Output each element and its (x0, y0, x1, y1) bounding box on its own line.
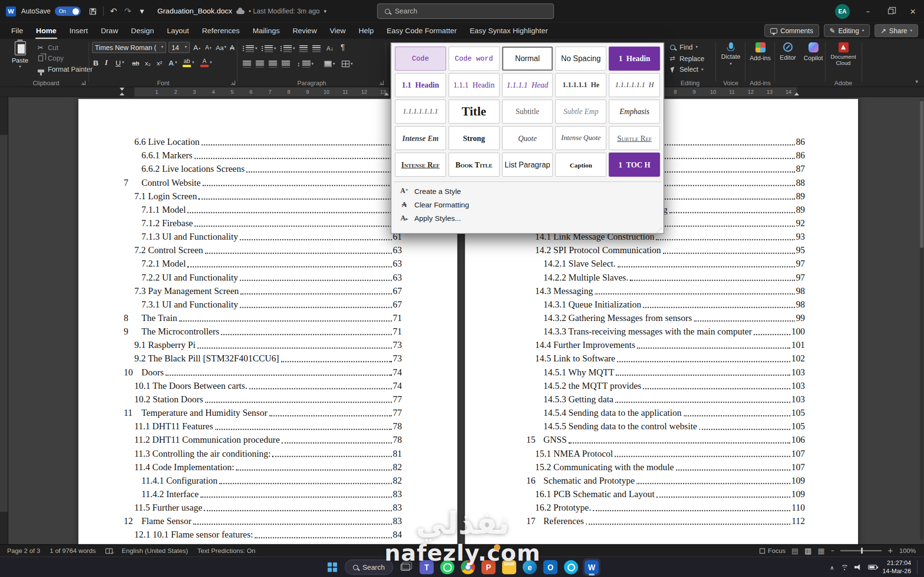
style-heading-6[interactable]: 1.1.1.1.1.1 H (609, 73, 660, 97)
toc-entry[interactable]: 12.1 10.1 Flame sensor features:84 (78, 528, 457, 541)
toc-entry[interactable]: 11.4.1 Configuration82 (78, 474, 457, 487)
scrollbar-thumb[interactable] (920, 101, 924, 248)
superscript-button[interactable] (157, 57, 162, 68)
toc-entry[interactable]: 10.1 The Doors Between carts.74 (78, 379, 457, 392)
style-heading-3[interactable]: 1.1.1 Headin (448, 73, 499, 97)
taskbar-app-word[interactable]: W (583, 558, 600, 576)
tab-home[interactable]: Home (29, 23, 63, 39)
read-mode-button[interactable]: ▤ (792, 546, 799, 555)
toc-entry[interactable]: 14.5.1 Why MQTT103 (465, 365, 858, 379)
tab-insert[interactable]: Insert (63, 23, 94, 39)
style-title[interactable]: Title (448, 100, 499, 124)
ribbon-collapse-button[interactable]: ▾ (915, 78, 918, 84)
web-layout-button[interactable]: ▦ (818, 546, 825, 555)
paragraph-dialog-launcher[interactable] (379, 81, 384, 85)
vertical-ruler[interactable] (0, 97, 8, 544)
clear-formatting-button[interactable] (230, 42, 234, 53)
right-indent-marker[interactable] (384, 92, 389, 95)
style-code-word[interactable]: Code word (448, 47, 499, 71)
tab-draw[interactable]: Draw (94, 23, 125, 39)
style-book-title[interactable]: Book Title (448, 153, 499, 177)
select-button[interactable]: Select▾ (668, 66, 703, 73)
toc-entry[interactable]: 15.1 NMEA Protocol107 (465, 447, 858, 460)
style-intense-emphasis[interactable]: Intense Em (395, 126, 446, 150)
tab-easy-syntax-highlighter[interactable]: Easy Syntax Highlighter (463, 23, 554, 39)
text-effects-button[interactable]: ▾ (169, 57, 177, 68)
toc-entry[interactable]: 15.2 Communicating with the module107 (465, 460, 858, 474)
right-indent-marker[interactable] (794, 92, 799, 95)
increase-indent-button[interactable] (312, 43, 321, 53)
toc-entry[interactable]: 7.3 Pay Management Screen67 (78, 284, 457, 297)
addins-button[interactable]: Add-ins (746, 42, 774, 61)
bullets-button[interactable]: ▾ (243, 43, 257, 53)
shrink-font-button[interactable] (205, 42, 211, 53)
taskbar-app-chrome[interactable] (459, 558, 477, 576)
clear-formatting-menu-item[interactable]: Clear Formatting (394, 198, 662, 211)
toc-entry[interactable]: 10Doors74 (78, 365, 457, 379)
toc-entry[interactable]: 11.4.2 Interface83 (78, 487, 457, 500)
style-heading-1[interactable]: 1 Headin (609, 47, 660, 71)
toc-entry[interactable]: 14.5.4 Sending data to the application10… (465, 406, 858, 419)
toc-entry[interactable]: 14.4 Further Improvements101 (465, 338, 858, 352)
toc-entry[interactable]: 7.2.2 UI and Functionality63 (78, 270, 457, 284)
undo-button[interactable]: ↶ (106, 3, 120, 19)
tab-view[interactable]: View (323, 23, 352, 39)
proofing-status[interactable] (105, 548, 113, 553)
toc-entry[interactable]: 16.2 Prototype.110 (465, 500, 858, 514)
zoom-level[interactable]: 100% (899, 547, 917, 554)
redo-button[interactable]: ↷ (121, 3, 135, 19)
apply-styles-menu-item[interactable]: Apply Styles... (394, 211, 662, 225)
font-dialog-launcher[interactable] (231, 81, 235, 85)
toc-entry[interactable]: 7.2 Control Screen63 (78, 243, 457, 256)
wifi-icon[interactable] (840, 564, 848, 570)
dictate-button[interactable]: Dictate ▾ (716, 42, 745, 66)
editing-mode-button[interactable]: ✎ Editing ▾ (824, 24, 870, 37)
style-code[interactable]: Code (395, 47, 446, 71)
align-center-button[interactable] (256, 58, 264, 69)
minimize-button[interactable]: – (857, 0, 880, 23)
numbering-button[interactable]: ▾ (261, 43, 276, 53)
toc-entry[interactable]: 9The Microcontrollers71 (78, 324, 457, 338)
toc-entry[interactable]: 17References112 (465, 514, 858, 527)
toc-entry[interactable]: 7.2.1 Model63 (78, 257, 457, 270)
toc-entry[interactable]: 11.1 DHT11 Features78 (78, 419, 457, 433)
style-subtle-reference[interactable]: Subtle Ref (609, 126, 660, 150)
style-heading-7[interactable]: 1.1.1.1.1.1.1 (395, 100, 446, 124)
toc-entry[interactable]: 14.5 Link to Software102 (465, 352, 858, 365)
format-painter-button[interactable]: Format Painter (37, 66, 92, 73)
clipboard-dialog-launcher[interactable] (81, 81, 86, 85)
strikethrough-button[interactable] (132, 57, 139, 68)
toc-entry[interactable]: 14.2.2 Multiple Slaves.97 (465, 270, 858, 284)
toc-entry[interactable]: 16Schematic and Prototype109 (465, 474, 858, 487)
toc-entry[interactable]: 9.2 The Black Pill [STM32F401CCU6]73 (78, 352, 457, 365)
zoom-in-button[interactable]: + (887, 547, 893, 555)
taskbar-search[interactable]: Search (345, 560, 393, 575)
style-subtle-emphasis[interactable]: Subtle Emp (555, 100, 606, 124)
style-list-paragraph[interactable]: List Paragrap (502, 153, 553, 177)
hanging-indent-marker[interactable] (119, 92, 124, 95)
copy-button[interactable]: Copy (37, 55, 64, 62)
style-strong[interactable]: Strong (448, 126, 499, 150)
task-view-button[interactable] (397, 558, 415, 576)
highlight-color-button[interactable]: ab▾ (182, 57, 194, 68)
print-layout-button[interactable]: ▥ (805, 546, 812, 555)
toc-entry[interactable]: 8The Train71 (78, 311, 457, 324)
borders-button[interactable]: ▾ (342, 58, 353, 69)
taskbar-app-edge[interactable]: e (521, 558, 539, 576)
font-color-button[interactable]: A▾ (200, 57, 212, 68)
tab-references[interactable]: References (195, 23, 246, 39)
toc-entry[interactable]: 16.1 PCB Schematic and Layout109 (465, 487, 858, 500)
align-right-button[interactable] (269, 58, 277, 69)
style-intense-quote[interactable]: Intense Quote (555, 126, 606, 150)
toc-entry[interactable]: 11.5 Further usage83 (78, 500, 457, 514)
text-predictions[interactable]: Text Predictions: On (197, 547, 255, 554)
toc-entry[interactable]: 11.2 DHT11 Communication procedure78 (78, 433, 457, 447)
line-spacing-button[interactable]: ▾ (297, 58, 313, 69)
avatar[interactable]: EA (835, 4, 850, 19)
close-button[interactable]: × (902, 0, 924, 23)
shading-button[interactable]: ▾ (324, 58, 335, 69)
toc-entry[interactable]: 14.5.5 Sending data to the control websi… (465, 419, 858, 433)
vertical-scrollbar[interactable] (920, 100, 924, 540)
toc-entry[interactable]: 14.2 SPI Protocol Communication95 (465, 243, 858, 256)
style-intense-reference[interactable]: Intense Ref (395, 153, 446, 177)
